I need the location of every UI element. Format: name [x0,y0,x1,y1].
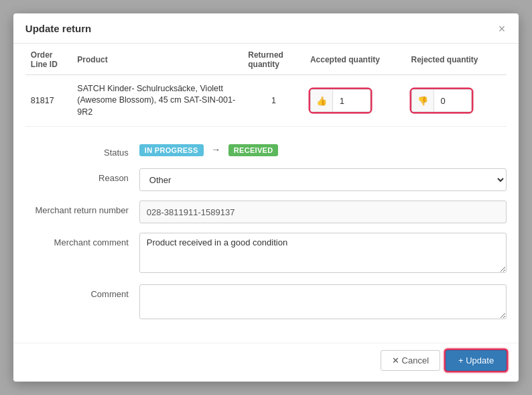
product-name-cell: SATCH Kinder- Schulrucksäcke, Violett (A… [72,74,243,127]
merchant-return-number-wrap [139,201,507,223]
table-row: 81817 SATCH Kinder- Schulrucksäcke, Viol… [25,74,507,127]
comment-wrap [139,284,507,321]
update-button[interactable]: + Update [446,350,507,371]
reason-row: Reason Other Damaged Wrong item Not as d… [25,168,507,191]
arrow-icon: → [211,144,220,155]
comment-textarea[interactable] [139,284,507,319]
modal-overlay: Update return × Order Line ID Product Re… [0,0,532,395]
col-header-product: Product [72,44,243,75]
comment-row: Comment [25,284,507,321]
comment-label: Comment [25,284,139,299]
reason-select[interactable]: Other Damaged Wrong item Not as describe… [139,168,507,191]
returned-qty-cell: 1 [243,74,305,127]
accepted-thumbs-up-button[interactable]: 👍 [311,90,333,111]
col-header-order-line-id: Order Line ID [25,44,72,75]
col-header-returned-qty: Returned quantity [243,44,305,75]
update-return-modal: Update return × Order Line ID Product Re… [13,13,519,382]
rejected-qty-cell: 👎 [406,74,507,127]
col-header-rejected-qty: Rejected quantity [406,44,507,75]
accepted-qty-input[interactable] [333,90,361,111]
reason-control-wrap: Other Damaged Wrong item Not as describe… [139,168,507,191]
modal-header: Update return × [13,13,519,44]
order-line-id-cell: 81817 [25,74,72,127]
accepted-qty-control: 👍 [310,89,371,112]
merchant-comment-row: Merchant comment Product received in a g… [25,233,507,275]
merchant-comment-textarea[interactable]: Product received in a good condition [139,233,507,273]
col-header-accepted-qty: Accepted quantity [305,44,406,75]
status-value-wrap: IN PROGRESS → RECEIVED [139,144,507,156]
modal-footer: ✕ Cancel + Update [13,343,519,382]
merchant-return-number-label: Merchant return number [25,201,139,215]
reason-label: Reason [25,168,139,183]
accepted-qty-cell: 👍 [305,74,406,127]
status-badge-received: RECEIVED [228,144,279,156]
close-button[interactable]: × [497,23,507,35]
rejected-thumbs-down-button[interactable]: 👎 [412,90,434,111]
returns-table: Order Line ID Product Returned quantity … [25,44,507,127]
rejected-qty-control: 👎 [411,89,472,112]
status-badge-in-progress: IN PROGRESS [139,144,204,156]
modal-title: Update return [25,23,91,34]
status-row: Status IN PROGRESS → RECEIVED [25,140,507,158]
merchant-comment-wrap: Product received in a good condition [139,233,507,275]
merchant-comment-label: Merchant comment [25,233,139,247]
cancel-button[interactable]: ✕ Cancel [381,350,440,371]
status-label: Status [25,143,139,158]
modal-body: Order Line ID Product Returned quantity … [13,44,519,343]
merchant-return-number-input[interactable] [139,201,507,223]
merchant-return-number-row: Merchant return number [25,201,507,223]
rejected-qty-input[interactable] [434,90,462,111]
